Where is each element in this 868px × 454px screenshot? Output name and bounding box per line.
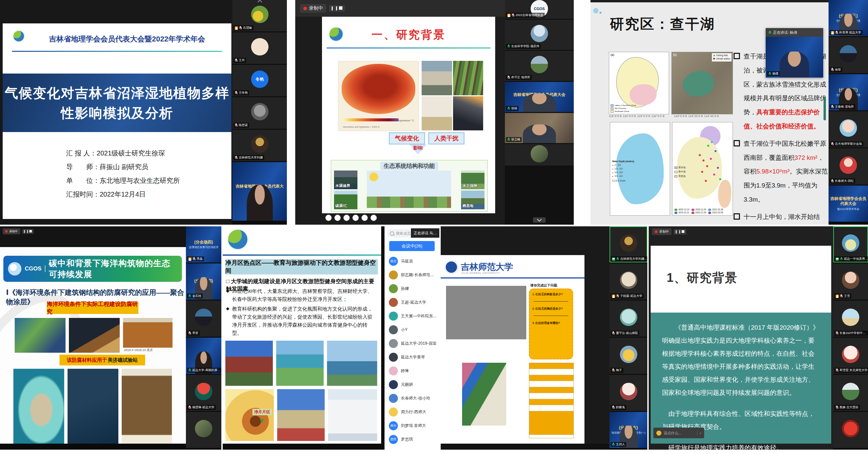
participant-name-label: 王丹 bbox=[234, 58, 246, 63]
participant-tile[interactable]: 石慧敏 bbox=[232, 0, 287, 31]
mischief-reef-aerial-photo bbox=[13, 369, 64, 450]
scrollbar-thumb[interactable] bbox=[824, 97, 826, 120]
member-row[interactable]: 小Y bbox=[384, 323, 439, 337]
member-name: 马延吉 bbox=[401, 258, 413, 264]
participant-tile[interactable]: (分会场六) 地理教学与实践能力培养(一) 主持人 bbox=[610, 412, 647, 448]
presenter-icon bbox=[836, 295, 839, 298]
participant-tile[interactable]: 徐琛 bbox=[829, 37, 868, 73]
participant-tile[interactable]: 长春师大-田红 bbox=[829, 149, 868, 185]
participant-name-label: 主持人 bbox=[611, 442, 626, 447]
mic-icon bbox=[768, 72, 771, 75]
kuli-lake-shape bbox=[718, 180, 732, 207]
collapse-sidebar-button[interactable] bbox=[533, 217, 546, 223]
participant-sidebar: 延边一中池美善的屏幕共享 王雪 bbox=[833, 226, 868, 450]
active-speaker-overlay[interactable]: 正在讲话: 杨倩 杨倩 bbox=[766, 28, 823, 77]
participant-tile[interactable]: 吉林师范大学刘娜 bbox=[232, 130, 287, 161]
member-row[interactable]: 长春师大-徐小玲 bbox=[384, 391, 439, 405]
zoom-tool-button[interactable] bbox=[362, 215, 368, 221]
member-row[interactable]: 思琪 罗思琪 bbox=[384, 432, 439, 446]
answer-line bbox=[534, 316, 568, 316]
participant-tile[interactable]: 冬艳 王冬艳 bbox=[232, 65, 287, 96]
participant-tile[interactable]: (分会场四) 金石柱 bbox=[186, 263, 221, 299]
participant-tile[interactable]: 吉林省地理学会会员代表大会 暨2022年学术年会 bbox=[232, 162, 287, 221]
participant-tile[interactable]: 陆思诺 bbox=[232, 97, 287, 129]
divider bbox=[12, 51, 222, 52]
participant-tile[interactable]: 李哲 bbox=[186, 300, 221, 337]
participant-tile[interactable]: 延边一中池美善的屏幕共享 bbox=[833, 226, 868, 262]
participant-tile[interactable]: (分会场三) 生物地理与生态环境 朴英善 延边大学 bbox=[829, 0, 868, 36]
member-row[interactable]: 延吉 马延吉 bbox=[384, 254, 439, 268]
avatar bbox=[389, 284, 398, 293]
bullet-marker bbox=[734, 53, 740, 59]
member-row[interactable]: 周力行-西师大 bbox=[384, 405, 439, 419]
participant-tile[interactable]: 长春152中学初中地理 bbox=[833, 300, 868, 337]
bullet-marker bbox=[734, 213, 740, 220]
participant-tile[interactable]: 和雪莹 东北师范大学 bbox=[833, 338, 868, 374]
participant-tile[interactable]: 奶糖兔 bbox=[610, 375, 647, 411]
member-row[interactable]: 延边大学-2019-屈雷 bbox=[384, 337, 439, 350]
app-bubble-icon[interactable] bbox=[593, 8, 598, 13]
stop-recording-button[interactable] bbox=[339, 6, 342, 10]
participant-tile[interactable]: 殷姝 吉大慧谷 bbox=[833, 375, 868, 411]
member-name: 延边大学-2019-屈雷 bbox=[401, 340, 437, 346]
pause-recording-button[interactable] bbox=[24, 230, 28, 233]
participant-tile[interactable]: 吉林省地理学会会员代表大会 暨2022年学术年会 bbox=[829, 186, 868, 222]
globe-graphic bbox=[342, 64, 415, 114]
member-row[interactable]: 元丽妍 bbox=[384, 378, 439, 391]
participant-tile[interactable]: 吉大地理学部分会场 bbox=[829, 111, 868, 148]
member-row[interactable]: 王超-延边大学 bbox=[384, 295, 439, 309]
participant-tile[interactable]: 董守云-唐山师院 bbox=[610, 300, 647, 337]
participant-tile[interactable]: 佟守正 地理所 bbox=[505, 51, 574, 81]
member-list: 延吉 马延吉 邵志颖-长春师范大学 孙娜 王超-延边大学 王天翼—中科院东北地理 bbox=[384, 254, 439, 450]
avatar bbox=[389, 380, 398, 389]
participant-tile[interactable]: 张立峰 bbox=[505, 113, 574, 143]
colorbar-label: Temperature °C bbox=[395, 119, 414, 122]
participant-tile[interactable]: 梅子 bbox=[610, 338, 647, 374]
participant-tile[interactable] bbox=[833, 412, 868, 448]
participant-tile[interactable]: (分会场四) 边境地区发展与区域经济 李晶 bbox=[186, 226, 221, 262]
participant-tile[interactable]: 杨慧琳-延边大学 bbox=[186, 375, 221, 411]
participant-tile[interactable]: 王雪 bbox=[833, 263, 868, 299]
stop-recording-button[interactable] bbox=[29, 230, 32, 232]
participant-tile[interactable]: 于皓森-延边大学 bbox=[610, 263, 647, 299]
member-row[interactable]: 邵志颖-长春师范大学 bbox=[384, 268, 439, 282]
participant-tile[interactable]: 生命科学学院-蒲庆伟 bbox=[505, 20, 574, 50]
window-top-border bbox=[590, 0, 868, 2]
prev-slide-button[interactable] bbox=[326, 215, 332, 221]
participant-tile[interactable]: 延边大学-周丽的屏幕共享 bbox=[186, 338, 221, 374]
pen-tool-button[interactable] bbox=[343, 215, 350, 221]
participant-tile[interactable] bbox=[186, 412, 221, 448]
member-row[interactable]: 延边大学黄琴 bbox=[384, 350, 439, 364]
avatar bbox=[620, 309, 637, 326]
recording-toolbar: 录制中 bbox=[652, 228, 686, 235]
emoji-icon[interactable] bbox=[656, 431, 661, 435]
more-tools-button[interactable] bbox=[370, 215, 377, 221]
participant-tile[interactable]: (分会场三) 生物地理与生态环境 王春艳 湿地所 bbox=[829, 74, 868, 110]
campus-photo bbox=[225, 340, 273, 386]
photo-caption: 2018.4~2018.10 美济 bbox=[123, 348, 173, 353]
participant-tile[interactable]: CGOS 2022吉林省地理年会 bbox=[505, 0, 574, 19]
meeting-panel-7: 录制中 1、研究背景 《普通高中地理课程标准（2017 年版2020修订）》明确… bbox=[649, 226, 868, 450]
participant-tile[interactable] bbox=[505, 144, 574, 165]
mic-icon bbox=[616, 257, 619, 261]
participant-tile[interactable]: 吉林师范大学刘娜的屏幕共享 bbox=[610, 226, 647, 262]
stop-recording-button[interactable] bbox=[682, 230, 684, 233]
avatar bbox=[531, 56, 548, 73]
member-row[interactable]: 王天翼—中科院东北地理 bbox=[384, 309, 439, 323]
next-slide-button[interactable] bbox=[334, 215, 341, 221]
member-row[interactable]: 孙娜 bbox=[384, 282, 439, 295]
member-row[interactable]: 婷琳 bbox=[384, 364, 439, 378]
participant-tile[interactable]: 吉林省地理学会会员代表大会 暨2022年学术年会 张锦 bbox=[505, 82, 574, 112]
collapse-chat-icon[interactable]: ‹ bbox=[697, 431, 701, 435]
pause-recording-button[interactable] bbox=[332, 6, 337, 10]
member-row[interactable]: 师大 刘梦瑶 首师大 bbox=[384, 419, 439, 432]
in-meeting-tab-button[interactable]: 会议中(26) bbox=[389, 241, 435, 251]
eraser-tool-button[interactable] bbox=[352, 215, 359, 221]
yellow-label-1: 海洋环境条件下实际工程建设防腐研究 bbox=[47, 302, 138, 314]
date-entry: 2021.02.28 bbox=[708, 208, 723, 211]
question-2: 2. 红松王的胸径是多少? bbox=[532, 307, 570, 311]
participant-tile[interactable]: 王丹 bbox=[232, 32, 287, 64]
pause-recording-button[interactable] bbox=[676, 230, 680, 233]
chat-input[interactable]: 说点什么... ‹ bbox=[653, 428, 704, 438]
mic-icon bbox=[831, 142, 834, 146]
